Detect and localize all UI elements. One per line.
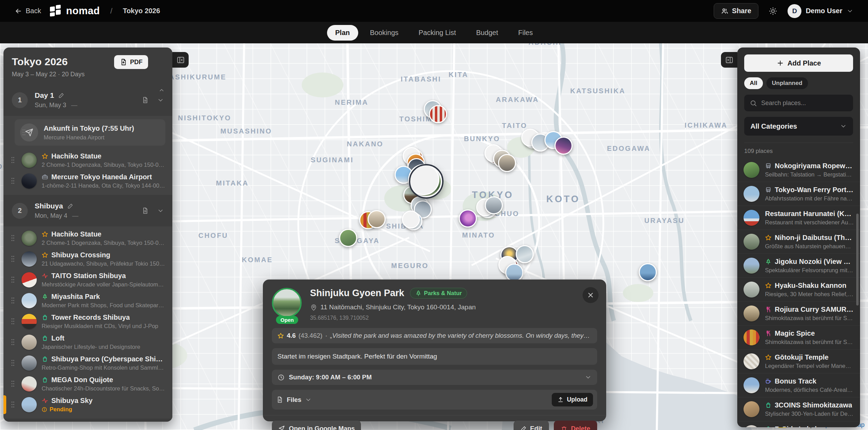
- review-summary[interactable]: 4.6 (43.462) · „Visited the park and was…: [272, 328, 597, 343]
- collapse-right-panel-button[interactable]: [721, 52, 737, 68]
- drag-handle[interactable]: [11, 338, 15, 346]
- day-header[interactable]: 2ShibuyaMon, May 4—: [3, 195, 172, 226]
- day-header[interactable]: 3Guided Tagestour nach NikkōTue, May 5—: [3, 419, 172, 422]
- place-list[interactable]: Nokogiriyama Ropeway Sum...Seilbahn: Tal…: [737, 158, 860, 427]
- map-marker[interactable]: [498, 154, 516, 172]
- note-input[interactable]: Startet im riesigen Stadtpark. Perfekt f…: [272, 348, 597, 365]
- itinerary-place-item[interactable]: Shibuya Crossing21 Udagawacho, Shibuya, …: [3, 249, 172, 269]
- chevron-down-icon[interactable]: [157, 97, 164, 104]
- map-marker[interactable]: [459, 209, 477, 227]
- map-marker[interactable]: [429, 105, 447, 123]
- user-menu[interactable]: D Demo User: [788, 4, 853, 18]
- day-number-badge: 1: [12, 92, 28, 108]
- itinerary-place-item[interactable]: Hachiko Statue2 Chome-1 Dogenzaka, Shibu…: [3, 228, 172, 249]
- item-title: Hachiko Statue: [51, 152, 101, 160]
- drag-handle[interactable]: [11, 359, 15, 367]
- place-list-item[interactable]: Hyaku-Shaku KannonRiesiges, 30 Meter hoh…: [737, 277, 860, 301]
- itinerary-place-item[interactable]: Shibuya Parco (Cyberspace Shibuya)Retro-…: [3, 353, 172, 373]
- place-list-item[interactable]: B-Side LabelHochwertige, wasserfeste Sti…: [737, 421, 860, 427]
- itinerary-place-item[interactable]: MEGA Don QuijoteChaotischer 24h-Discount…: [3, 373, 172, 394]
- map-marker[interactable]: [555, 137, 573, 155]
- tab-plan[interactable]: Plan: [327, 25, 358, 41]
- back-button[interactable]: Back: [15, 7, 41, 15]
- tab-files[interactable]: Files: [510, 25, 541, 41]
- map-marker[interactable]: [639, 263, 657, 281]
- map-marker[interactable]: [368, 210, 386, 228]
- itinerary-place-item[interactable]: Tower Records ShibuyaRiesiger Musikladen…: [3, 311, 172, 332]
- itinerary-place-item[interactable]: Shibuya SkyPending: [3, 394, 172, 415]
- itinerary-place-item[interactable]: LoftJapanischer Lifestyle- und Designsto…: [3, 332, 172, 353]
- tab-packing-list[interactable]: Packing List: [410, 25, 464, 41]
- drag-handle[interactable]: [11, 234, 15, 242]
- map-marker[interactable]: [505, 264, 523, 282]
- theme-toggle-button[interactable]: [769, 7, 777, 15]
- itinerary-place-item[interactable]: TAITO Station ShibuyaMehrstöckige Arcade…: [3, 269, 172, 290]
- drag-handle[interactable]: [11, 255, 15, 263]
- item-subtitle: Stylischer 300-Yen-Laden für Deko, Küch.…: [765, 411, 854, 417]
- day-notes-icon[interactable]: [141, 207, 149, 214]
- tab-budget[interactable]: Budget: [468, 25, 506, 41]
- place-list-item[interactable]: Restaurant Harunatei (Kanaya Po...Restau…: [737, 206, 860, 230]
- item-title: Shibuya Parco (Cyberspace Shibuya): [51, 355, 166, 363]
- itinerary-place-item[interactable]: Hachiko Statue2 Chome-1 Dogenzaka, Shibu…: [3, 150, 172, 171]
- itinerary-note-item[interactable]: Ankunft in Tokyo (7:55 Uhr)Mercure Haned…: [15, 119, 165, 146]
- place-list-item[interactable]: 3COINS ShimokitazawaStylischer 300-Yen-L…: [737, 397, 860, 421]
- star-icon: [765, 354, 772, 361]
- places-panel: Add Place AllUnplanned All Categories 10…: [737, 48, 860, 427]
- chevron-down-icon[interactable]: [157, 207, 164, 214]
- place-list-item[interactable]: Magic SpiceShimokitazawa ist berühmt für…: [737, 325, 860, 349]
- add-place-button[interactable]: Add Place: [744, 54, 853, 72]
- map-marker[interactable]: [339, 229, 357, 247]
- drag-handle[interactable]: [11, 177, 15, 185]
- drag-handle[interactable]: [11, 156, 15, 164]
- place-list-item[interactable]: Jigoku Nozoki (View of Hell)Spektakuläre…: [737, 253, 860, 277]
- export-pdf-button[interactable]: PDF: [114, 55, 148, 69]
- place-thumbnail: [22, 376, 37, 392]
- itinerary-place-item[interactable]: Miyashita ParkModerner Park mit Shops, F…: [3, 290, 172, 311]
- drag-handle[interactable]: [11, 380, 15, 388]
- opening-hours-row[interactable]: Sunday: 9:00 AM – 6:00 PM: [272, 370, 597, 385]
- brand-name: nomad: [66, 5, 100, 17]
- map-area-label: KATSUSHIKA: [570, 87, 626, 95]
- open-google-maps-button[interactable]: Open in Google Maps: [272, 421, 361, 430]
- category-filter-dropdown[interactable]: All Categories: [744, 117, 853, 136]
- drag-handle[interactable]: [22, 129, 26, 136]
- drag-handle[interactable]: [11, 401, 15, 409]
- edit-button[interactable]: Edit: [514, 421, 549, 430]
- close-button[interactable]: [583, 287, 599, 303]
- map-marker[interactable]: [485, 196, 503, 214]
- place-list-item[interactable]: Nihon-ji Daibutsu (The Great ...Größte a…: [737, 230, 860, 253]
- pencil-icon[interactable]: [58, 92, 65, 98]
- drag-handle[interactable]: [11, 318, 15, 325]
- day-notes-icon[interactable]: [141, 96, 149, 104]
- search-box[interactable]: [744, 95, 853, 111]
- place-list-item[interactable]: Tokyo-Wan Ferry Port Kuriha...Abfahrtsst…: [737, 182, 860, 206]
- place-list-item[interactable]: Gōtokuji TempleLegendärer Tempel voller …: [737, 349, 860, 373]
- search-input[interactable]: [761, 100, 848, 107]
- drag-handle[interactable]: [11, 297, 15, 304]
- brand-logo[interactable]: nomad: [50, 5, 100, 17]
- day-header[interactable]: 1Day 1Sun, May 3—: [3, 84, 172, 116]
- files-row[interactable]: Files Upload: [272, 390, 597, 410]
- star-icon: [42, 153, 48, 160]
- place-list-item[interactable]: Rojiura Curry SAMURAI. Shim...Shimokitaz…: [737, 301, 860, 325]
- share-button[interactable]: Share: [714, 3, 759, 19]
- pencil-icon[interactable]: [67, 203, 74, 209]
- collapse-left-panel-button[interactable]: [172, 52, 189, 68]
- upload-button[interactable]: Upload: [552, 393, 593, 406]
- drag-handle[interactable]: [11, 276, 15, 284]
- itinerary-day-list[interactable]: 1Day 1Sun, May 3—Ankunft in Tokyo (7:55 …: [3, 84, 172, 422]
- delete-button[interactable]: Delete: [554, 421, 597, 430]
- map-marker-selected[interactable]: [410, 165, 442, 197]
- place-list-item[interactable]: Nokogiriyama Ropeway Sum...Seilbahn: Tal…: [737, 158, 860, 182]
- filter-pill-all[interactable]: All: [744, 77, 763, 89]
- filter-pill-unplanned[interactable]: Unplanned: [766, 77, 808, 89]
- scrollbar-thumb[interactable]: [856, 214, 859, 306]
- map-marker[interactable]: [516, 245, 534, 263]
- scroll-up-caret-icon[interactable]: [158, 87, 165, 93]
- category-filter-label: All Categories: [750, 122, 797, 130]
- map-marker[interactable]: [404, 212, 422, 230]
- place-list-item[interactable]: Bonus TrackModernes, dörfliches Café-Are…: [737, 373, 860, 397]
- itinerary-place-item[interactable]: Mercure Tokyo Haneda Airport1-chōme-2-11…: [3, 171, 172, 191]
- tab-bookings[interactable]: Bookings: [362, 25, 407, 41]
